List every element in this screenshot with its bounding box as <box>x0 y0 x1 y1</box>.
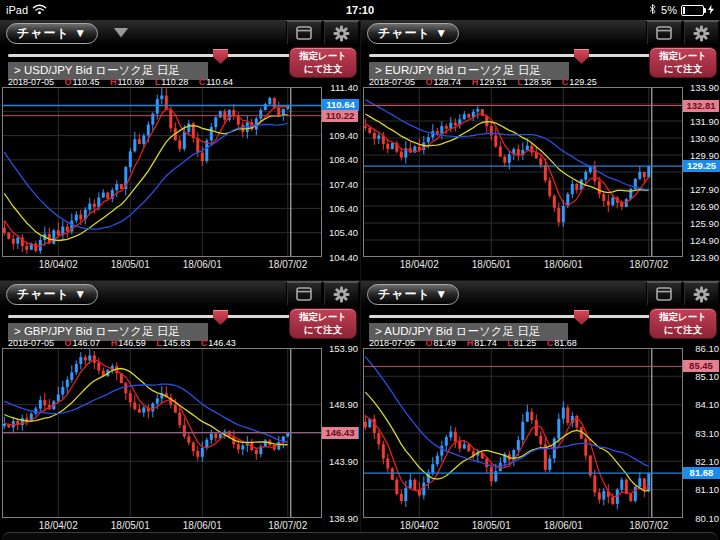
y-tick-label: 82.10 <box>695 456 719 467</box>
bid-price-label: 129.25 <box>683 160 720 172</box>
chart-toolbar: チャート ▼ <box>361 20 720 47</box>
candlestick-chart[interactable] <box>363 87 683 257</box>
layout-window-button[interactable] <box>286 20 323 46</box>
period-slider-handle[interactable] <box>574 49 589 64</box>
x-tick-label: 18/07/02 <box>256 259 320 270</box>
chart-quadrant: チャート ▼ <box>360 280 720 540</box>
period-slider <box>8 310 292 324</box>
x-tick-label: 18/07/02 <box>617 259 681 270</box>
y-tick-label: 81.10 <box>695 484 719 495</box>
chart-date: 2018-07-05 <box>369 77 415 87</box>
y-tick-label: 126.90 <box>690 201 719 212</box>
y-tick-label: 131.90 <box>690 116 719 127</box>
x-tick-label: 18/07/02 <box>617 520 681 531</box>
y-tick-label: 123.90 <box>690 252 719 263</box>
period-slider-handle[interactable] <box>213 49 228 64</box>
y-tick-label: 106.40 <box>329 203 358 214</box>
y-axis-labels: 133.90131.90130.90129.90127.90126.90125.… <box>683 20 720 280</box>
x-tick-label: 18/05/01 <box>459 520 523 531</box>
y-tick-label: 109.40 <box>329 130 358 141</box>
y-tick-label: 108.40 <box>329 154 358 165</box>
chart-toolbar: チャート ▼ <box>361 281 720 308</box>
clock: 17:10 <box>0 4 720 16</box>
bottom-panel-edge <box>2 532 718 540</box>
period-slider <box>369 49 653 63</box>
y-tick-label: 107.40 <box>329 179 358 190</box>
y-tick-label: 86.10 <box>695 343 719 354</box>
x-tick-label: 18/04/02 <box>387 520 451 531</box>
period-slider-track[interactable] <box>8 54 292 57</box>
battery-percent-label: 5% <box>661 4 677 16</box>
period-slider-track[interactable] <box>8 315 292 318</box>
x-tick-label: 18/04/02 <box>387 259 451 270</box>
period-slider-handle[interactable] <box>574 310 589 325</box>
y-tick-label: 133.90 <box>690 82 719 93</box>
y-tick-label: 124.90 <box>690 235 719 246</box>
period-slider-track[interactable] <box>369 54 653 57</box>
ohlc-readout: 2018-07-05 O110.45 H110.69 L110.28 C110.… <box>8 77 233 87</box>
layout-window-button[interactable] <box>646 281 683 307</box>
battery-icon <box>681 5 704 16</box>
x-tick-label: 18/05/01 <box>459 259 523 270</box>
candlestick-chart[interactable] <box>2 87 322 257</box>
y-axis-labels: 153.90148.90143.90138.90146.43146.43 <box>322 281 360 540</box>
chart-date: 2018-07-05 <box>8 77 54 87</box>
y-tick-label: 111.40 <box>330 82 358 93</box>
chart-menu-button[interactable]: チャート ▼ <box>6 284 98 305</box>
ohlc-readout: 2018-07-05 O81.49 H81.74 L81.25 C81.68 <box>369 338 577 348</box>
candlestick-chart[interactable] <box>2 348 322 518</box>
period-slider <box>369 310 653 324</box>
chart-grid: チャート ▼ <box>0 20 720 540</box>
y-axis-labels: 86.1085.1084.1083.1082.1081.1080.1081.68… <box>683 281 720 540</box>
chart-date: 2018-07-05 <box>369 338 415 348</box>
order-rate-label: 110.22 <box>322 110 358 122</box>
chart-date: 2018-07-05 <box>8 338 54 348</box>
ohlc-readout: 2018-07-05 O146.07 H146.59 L145.83 C146.… <box>8 338 236 348</box>
layout-window-button[interactable] <box>646 20 683 46</box>
y-tick-label: 125.90 <box>690 218 719 229</box>
x-tick-label: 18/05/01 <box>98 259 162 270</box>
layout-window-icon <box>296 26 312 40</box>
bluetooth-icon <box>648 3 657 17</box>
order-rate-label: 132.81 <box>683 100 719 112</box>
x-tick-label: 18/05/01 <box>98 520 162 531</box>
chart-menu-button[interactable]: チャート ▼ <box>367 284 459 305</box>
chart-quadrant: チャート ▼ <box>360 20 720 280</box>
period-slider <box>8 49 292 63</box>
chart-quadrant: チャート ▼ <box>0 280 360 540</box>
y-tick-label: 153.90 <box>329 343 358 354</box>
x-tick-label: 18/04/02 <box>26 259 90 270</box>
bid-price-label: 81.68 <box>683 467 720 479</box>
layout-window-icon <box>296 287 312 301</box>
candlestick-chart[interactable] <box>363 348 683 518</box>
y-tick-label: 83.10 <box>695 428 719 439</box>
chart-quadrant: チャート ▼ <box>0 20 360 280</box>
chart-toolbar: チャート ▼ <box>0 20 360 47</box>
y-tick-label: 105.40 <box>329 227 358 238</box>
chart-toolbar: チャート ▼ <box>0 281 360 308</box>
x-tick-label: 18/06/01 <box>170 520 234 531</box>
period-slider-track[interactable] <box>369 315 653 318</box>
x-tick-label: 18/06/01 <box>531 520 595 531</box>
y-tick-label: 127.90 <box>690 184 719 195</box>
y-tick-label: 143.90 <box>329 456 358 467</box>
y-tick-label: 129.90 <box>690 150 719 161</box>
layout-window-icon <box>656 287 672 301</box>
y-axis-labels: 111.40109.40108.40107.40106.40105.40104.… <box>322 20 360 280</box>
layout-window-icon <box>656 26 672 40</box>
chart-menu-button[interactable]: チャート ▼ <box>6 23 98 44</box>
x-tick-label: 18/07/02 <box>256 520 320 531</box>
ohlc-readout: 2018-07-05 O128.74 H129.51 L128.56 C129.… <box>369 77 597 87</box>
period-slider-handle[interactable] <box>213 310 228 325</box>
charging-bolt-icon <box>708 4 714 17</box>
y-tick-label: 85.10 <box>695 371 719 382</box>
chevron-down-icon[interactable] <box>114 28 128 44</box>
y-tick-label: 104.40 <box>329 252 358 263</box>
y-tick-label: 84.10 <box>695 399 719 410</box>
x-axis-labels: 18/04/0218/05/0118/06/0118/07/02 <box>363 259 683 272</box>
y-tick-label: 138.90 <box>329 513 358 524</box>
layout-window-button[interactable] <box>286 281 323 307</box>
x-tick-label: 18/06/01 <box>170 259 234 270</box>
chart-menu-button[interactable]: チャート ▼ <box>367 23 459 44</box>
x-tick-label: 18/04/02 <box>26 520 90 531</box>
